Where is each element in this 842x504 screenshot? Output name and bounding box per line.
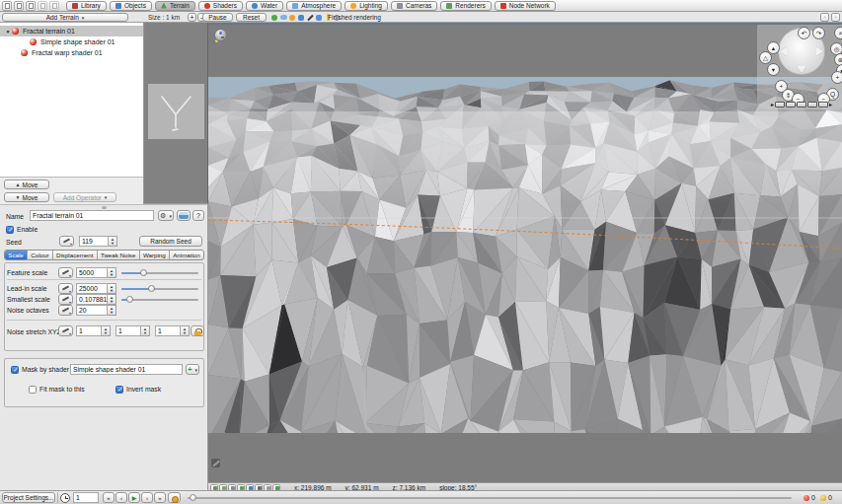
collapse-panel-icon[interactable]: ◦ [831, 13, 840, 22]
tab-terrain[interactable]: Terrain [155, 1, 195, 11]
next-frame-button[interactable]: › [141, 492, 153, 503]
slider-thumb[interactable] [140, 269, 147, 276]
zoom-in-right-icon[interactable]: + [831, 71, 842, 84]
redo-icon[interactable] [49, 1, 59, 11]
objects-toggle-icon[interactable] [315, 13, 323, 22]
project-settings-button[interactable]: Project Settings... [2, 492, 55, 503]
param-animation-menu-icon[interactable] [58, 267, 73, 278]
prev-frame-button[interactable]: ‹ [115, 492, 127, 503]
seed-input[interactable] [79, 236, 109, 247]
tab-shaders[interactable]: Shaders [198, 1, 243, 11]
node-name-input[interactable] [30, 210, 154, 221]
tab-animation[interactable]: Animation [170, 251, 203, 259]
noise-stretch-y-input[interactable] [115, 325, 141, 336]
tab-atmosphere[interactable]: Atmosphere [286, 1, 342, 11]
tab-tweak-noise[interactable]: Tweak Noise [98, 251, 140, 259]
noise-stretch-z-input[interactable] [155, 325, 181, 336]
film-frame[interactable] [797, 102, 806, 108]
import-icon[interactable] [26, 1, 36, 11]
fit-mask-checkbox[interactable] [29, 386, 37, 394]
param-stepper[interactable]: ▲▼ [108, 294, 116, 305]
detach-panel-icon[interactable]: ◦ [820, 13, 829, 22]
lock-icon[interactable] [191, 325, 204, 336]
keyframe-button[interactable] [168, 492, 181, 503]
tab-displacement[interactable]: Displacement [53, 251, 98, 259]
node-tree-item[interactable]: Fractal warp shader 01 [0, 47, 143, 58]
tab-renderers[interactable]: Renderers [440, 1, 491, 11]
camera-select-icon[interactable]: △ [759, 51, 772, 64]
pause-button[interactable]: Pause [202, 13, 233, 22]
settings-gear-button[interactable]: ⚙ [158, 210, 174, 221]
param-animation-menu-icon[interactable] [58, 294, 73, 305]
sun-toggle-icon[interactable] [288, 13, 296, 22]
pitch-down-icon[interactable]: ▾ [767, 63, 780, 76]
noise-stretch-x-input[interactable] [76, 325, 102, 336]
clock-icon[interactable] [60, 493, 70, 503]
go-start-button[interactable]: « [103, 492, 115, 503]
water-toggle-icon[interactable] [297, 13, 305, 22]
play-button[interactable]: ▶ [128, 492, 140, 503]
add-operator-button[interactable]: Add Operator [53, 192, 116, 202]
3d-viewport[interactable]: ↶↷×▴△▾◎⊚▸+⇕−+Q− ▸▸ x: 219.896 m y: 62.93… [208, 23, 842, 490]
random-seed-button[interactable]: Random Seed [139, 236, 202, 247]
pan-right-arrow-icon[interactable] [816, 46, 823, 56]
mask-by-shader-checkbox[interactable] [11, 366, 19, 374]
slider-thumb[interactable] [148, 285, 155, 292]
tab-cameras[interactable]: Cameras [391, 1, 437, 11]
param-slider[interactable] [121, 268, 198, 277]
reset-button[interactable]: Reset [236, 13, 267, 22]
invert-mask-checkbox[interactable] [115, 386, 123, 394]
tab-node-network[interactable]: Node Network [495, 1, 556, 11]
open-project-icon[interactable] [14, 1, 24, 11]
seed-stepper[interactable]: ▲▼ [109, 236, 117, 247]
tab-objects[interactable]: Objects [110, 1, 152, 11]
tab-colour[interactable]: Colour [28, 251, 53, 259]
pan-left-arrow-icon[interactable] [780, 46, 787, 56]
mask-shader-input[interactable] [70, 364, 183, 375]
tab-warping[interactable]: Warping [140, 251, 170, 259]
tab-water[interactable]: Water [246, 1, 283, 11]
move-down-button[interactable]: ▼ Move [4, 192, 49, 202]
noise-stretch-z-stepper[interactable]: ▲▼ [181, 325, 190, 336]
noise-stretch-x-stepper[interactable]: ▲▼ [102, 325, 111, 336]
orbit-cw-icon[interactable]: ↷ [812, 27, 825, 39]
param-value-input[interactable] [76, 305, 108, 316]
new-project-icon[interactable] [2, 1, 12, 11]
noise-stretch-y-stepper[interactable]: ▲▼ [141, 325, 150, 336]
param-slider[interactable] [121, 295, 198, 304]
close-nav-icon[interactable]: × [834, 27, 842, 39]
tab-scale[interactable]: Scale [5, 251, 28, 259]
param-stepper[interactable]: ▲▼ [108, 267, 116, 278]
seed-animation-menu-icon[interactable] [59, 236, 74, 247]
film-frame[interactable] [807, 102, 817, 108]
assign-shader-button[interactable]: + [186, 364, 199, 375]
current-frame-input[interactable] [73, 492, 99, 503]
stretch-animation-menu-icon[interactable] [58, 325, 73, 336]
enable-checkbox[interactable] [6, 226, 14, 234]
preview-zoom-in-button[interactable]: + [188, 13, 196, 22]
clouds-toggle-icon[interactable] [279, 13, 287, 22]
tab-lighting[interactable]: Lighting [344, 1, 388, 11]
param-value-input[interactable] [76, 267, 108, 278]
viewport-canvas[interactable] [208, 25, 842, 482]
param-stepper[interactable]: ▲▼ [108, 283, 116, 294]
tab-library[interactable]: Library [66, 1, 107, 11]
film-frame[interactable] [786, 102, 796, 108]
slider-thumb[interactable] [126, 296, 133, 303]
go-end-button[interactable]: » [154, 492, 166, 503]
add-terrain-button[interactable]: Add Terrain [2, 13, 128, 22]
param-animation-menu-icon[interactable] [58, 305, 73, 316]
panel-splitter-handle[interactable] [102, 206, 107, 209]
node-tree-item[interactable]: Simple shape shader 01 [0, 36, 143, 47]
expander-icon[interactable]: ▼ [4, 29, 12, 35]
node-tree-item[interactable]: ▼Fractal terrain 01 [0, 26, 143, 36]
terrain-preview-panel[interactable] [144, 23, 208, 204]
preview-shader-button[interactable] [177, 210, 191, 221]
render-quality-icon[interactable] [270, 13, 278, 22]
param-animation-menu-icon[interactable] [58, 283, 73, 294]
help-button[interactable]: ? [192, 210, 204, 221]
annotate-pen-icon[interactable] [306, 13, 314, 22]
param-stepper[interactable]: ▲▼ [108, 305, 116, 316]
preview-topdown-view[interactable] [148, 84, 204, 139]
film-frame[interactable] [818, 102, 828, 108]
